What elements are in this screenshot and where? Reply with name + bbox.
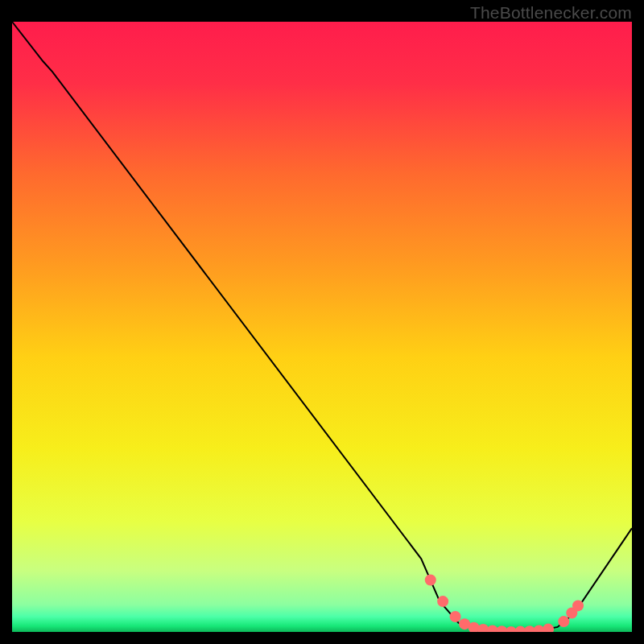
curve-marker (572, 600, 584, 611)
curve-marker (425, 575, 436, 586)
curve-marker (450, 611, 461, 622)
bottleneck-chart (12, 22, 632, 632)
curve-marker (437, 596, 448, 607)
curve-marker (558, 616, 569, 627)
gradient-background (12, 22, 632, 632)
watermark-text: TheBottleneсker.com (470, 3, 632, 23)
